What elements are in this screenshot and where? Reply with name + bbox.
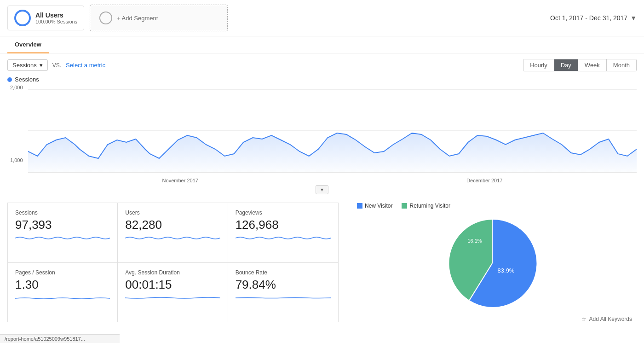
add-keywords-label: Add All Keywords bbox=[589, 316, 632, 322]
vs-label: VS. bbox=[52, 62, 61, 69]
metric-value-1: 82,280 bbox=[125, 218, 220, 232]
select-metric-button[interactable]: Select a metric bbox=[66, 62, 105, 69]
pie-svg: 16.1% 83.9% bbox=[442, 213, 543, 314]
time-buttons: Hourly Day Week Month bbox=[523, 59, 637, 71]
chart-legend: Sessions bbox=[7, 76, 637, 83]
legend-label: Sessions bbox=[15, 76, 39, 83]
tab-bar: Overview bbox=[0, 36, 644, 53]
metric-value-0: 97,393 bbox=[15, 218, 110, 232]
metric-card-pageviews: Pageviews 126,968 bbox=[228, 203, 338, 263]
legend-dot bbox=[7, 77, 12, 82]
metric-label-2: Pageviews bbox=[236, 209, 331, 216]
segment-name: All Users bbox=[35, 12, 77, 19]
metric-label-4: Avg. Session Duration bbox=[125, 269, 220, 276]
metrics-section: Sessions 97,393 Users 82,280 Pageviews 1… bbox=[0, 198, 644, 327]
pie-legend-label-returning: Returning Visitor bbox=[409, 203, 450, 209]
chart-area: 2,000 1,000 bbox=[7, 85, 637, 177]
date-range-text: Oct 1, 2017 - Dec 31, 2017 bbox=[550, 14, 627, 22]
pie-legend-returning-visitor: Returning Visitor bbox=[402, 203, 450, 209]
segment-info: All Users 100.00% Sessions bbox=[35, 12, 77, 24]
collapse-area: ▾ bbox=[0, 183, 644, 198]
metric-selector: Sessions ▾ VS. Select a metric bbox=[7, 59, 105, 71]
metric-label-5: Bounce Rate bbox=[236, 269, 331, 276]
line-chart-svg bbox=[28, 85, 637, 177]
metric-label-0: Sessions bbox=[15, 209, 110, 216]
top-bar: All Users 100.00% Sessions + Add Segment… bbox=[0, 0, 644, 36]
time-btn-hourly[interactable]: Hourly bbox=[523, 59, 554, 71]
metric-dropdown-arrow: ▾ bbox=[40, 62, 43, 69]
sparkline-pages-session bbox=[15, 294, 110, 302]
segment-sessions: 100.00% Sessions bbox=[35, 19, 77, 24]
add-segment-label: + Add Segment bbox=[117, 15, 158, 22]
pie-legend-box-returning bbox=[402, 203, 407, 209]
x-axis-labels: November 2017 December 2017 bbox=[7, 178, 637, 183]
segments-area: All Users 100.00% Sessions + Add Segment bbox=[7, 5, 550, 31]
metric-card-pages-session: Pages / Session 1.30 bbox=[8, 263, 118, 322]
date-range[interactable]: Oct 1, 2017 - Dec 31, 2017 ▼ bbox=[550, 14, 637, 22]
y-label-1000: 1,000 bbox=[10, 157, 25, 163]
metric-card-users: Users 82,280 bbox=[118, 203, 228, 263]
time-btn-month[interactable]: Month bbox=[607, 59, 636, 71]
metric-value-2: 126,968 bbox=[236, 218, 331, 232]
metric-label-3: Pages / Session bbox=[15, 269, 110, 276]
pie-label-returning: 16.1% bbox=[467, 238, 482, 244]
star-icon: ☆ bbox=[581, 316, 586, 322]
pie-legend-label-new: New Visitor bbox=[365, 203, 392, 209]
time-btn-week[interactable]: Week bbox=[578, 59, 607, 71]
tab-overview[interactable]: Overview bbox=[7, 36, 49, 53]
chart-svg-container bbox=[28, 85, 637, 177]
metric-card-sessions: Sessions 97,393 bbox=[8, 203, 118, 263]
y-axis-labels: 2,000 1,000 bbox=[7, 85, 28, 163]
metric-value-5: 79.84% bbox=[236, 278, 331, 292]
x-label-dec: December 2017 bbox=[466, 178, 502, 183]
metric-value-3: 1.30 bbox=[15, 278, 110, 292]
metric-card-bounce-rate: Bounce Rate 79.84% bbox=[228, 263, 338, 322]
collapse-button[interactable]: ▾ bbox=[316, 185, 328, 194]
add-segment-icon bbox=[99, 12, 112, 24]
pie-legend-new-visitor: New Visitor bbox=[357, 203, 392, 209]
sparkline-avg-session bbox=[125, 294, 220, 302]
add-segment-button[interactable]: + Add Segment bbox=[90, 5, 228, 31]
sparkline-users bbox=[125, 234, 220, 242]
all-users-segment[interactable]: All Users 100.00% Sessions bbox=[7, 6, 84, 30]
metric-dropdown-label: Sessions bbox=[12, 62, 37, 69]
chart-controls: Sessions ▾ VS. Select a metric Hourly Da… bbox=[7, 59, 637, 71]
metric-card-avg-session: Avg. Session Duration 00:01:15 bbox=[118, 263, 228, 322]
add-keywords-button[interactable]: ☆ Add All Keywords bbox=[581, 316, 632, 322]
pie-legend: New Visitor Returning Visitor bbox=[357, 203, 450, 209]
y-label-2000: 2,000 bbox=[10, 85, 25, 90]
metric-label-1: Users bbox=[125, 209, 220, 216]
metric-value-4: 00:01:15 bbox=[125, 278, 220, 292]
chart-section: Sessions ▾ VS. Select a metric Hourly Da… bbox=[0, 53, 644, 183]
segment-icon bbox=[14, 10, 31, 26]
pie-chart-section: New Visitor Returning Visitor bbox=[339, 203, 637, 322]
pie-label-new: 83.9% bbox=[498, 267, 515, 274]
sparkline-pageviews bbox=[236, 234, 331, 242]
sparkline-sessions bbox=[15, 234, 110, 242]
metrics-grid: Sessions 97,393 Users 82,280 Pageviews 1… bbox=[7, 203, 339, 322]
metric-dropdown[interactable]: Sessions ▾ bbox=[7, 59, 48, 71]
x-label-nov: November 2017 bbox=[162, 178, 198, 183]
time-btn-day[interactable]: Day bbox=[554, 59, 578, 71]
pie-legend-box-new bbox=[357, 203, 362, 209]
sparkline-bounce-rate bbox=[236, 294, 331, 302]
date-range-caret: ▼ bbox=[630, 14, 637, 22]
pie-chart: 16.1% 83.9% bbox=[442, 213, 543, 314]
